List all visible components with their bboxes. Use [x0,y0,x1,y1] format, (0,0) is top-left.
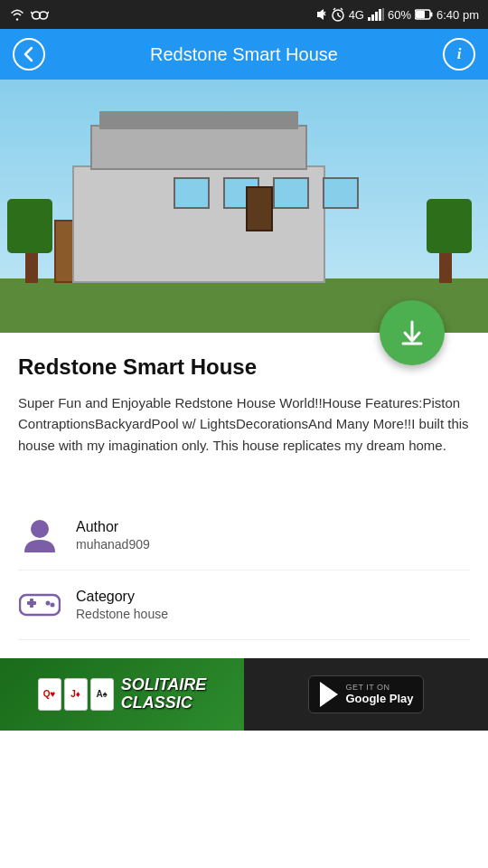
card-queen-hearts: Q♥ [38,678,61,711]
ad-banner[interactable]: Q♥ J♦ A♠ SOLITAIRE CLASSIC GET IT ON Goo… [0,658,488,731]
status-bar: 4G 60% 6:40 pm [0,0,488,29]
info-icon: i [457,45,462,63]
battery-label: 60% [388,8,411,22]
main-building [72,165,325,283]
door [246,186,273,231]
header: Redstone Smart House i [0,29,488,80]
author-text: Author muhanad909 [76,519,150,552]
page-title: Redstone Smart House [45,44,443,65]
svg-line-12 [333,8,335,10]
author-meta-item: Author muhanad909 [18,501,470,571]
ad-cards: Q♥ J♦ A♠ [38,678,114,711]
svg-rect-18 [382,8,384,21]
svg-marker-30 [320,682,338,707]
svg-rect-17 [379,9,381,21]
back-icon [21,46,37,62]
google-play-label: Google Play [345,692,413,705]
svg-point-0 [16,18,18,20]
card-ace: A♠ [90,678,114,711]
download-button[interactable] [380,300,445,365]
category-meta-item: Category Redstone house [18,571,470,640]
gamepad-icon [19,591,61,618]
hero-image [0,80,488,333]
get-on-label: GET IT ON [345,683,413,692]
google-play-icon [318,682,340,707]
wifi-icon [9,8,25,21]
svg-rect-14 [368,17,371,21]
author-label: Author [76,519,150,535]
svg-point-24 [31,520,49,538]
status-right-info: 4G 60% 6:40 pm [314,7,479,22]
category-text: Category Redstone house [76,589,168,621]
info-button[interactable]: i [443,38,475,71]
svg-point-28 [46,600,51,605]
category-label: Category [76,589,168,605]
signal-label: 4G [349,8,364,22]
ad-text: SOLITAIRE CLASSIC [121,676,207,712]
battery-icon [415,9,433,20]
building-second-floor [90,125,307,170]
author-icon [18,514,61,557]
window-1 [174,177,210,209]
building-roof [99,111,298,129]
svg-line-4 [31,12,33,14]
svg-line-13 [341,8,343,10]
category-icon [18,583,61,627]
content-description: Super Fun and Enjoyable Redstone House W… [18,392,470,456]
person-icon [21,516,59,554]
svg-line-5 [48,12,50,14]
window-3 [273,177,309,209]
time-label: 6:40 pm [436,8,479,22]
tree-left-leaves [7,199,52,253]
alarm-icon [331,7,345,22]
svg-rect-16 [375,12,378,21]
signal-icon [368,8,384,21]
download-icon [396,316,428,349]
svg-line-11 [338,15,341,17]
ad-title-line1: SOLITAIRE [121,676,207,694]
svg-rect-27 [30,599,33,608]
category-value: Redstone house [76,607,168,621]
status-left-icons [9,8,49,21]
window-4 [323,177,359,209]
google-play-button[interactable]: GET IT ON Google Play [308,675,423,713]
ad-right: GET IT ON Google Play [244,658,488,731]
svg-rect-21 [430,13,433,17]
svg-rect-20 [416,11,425,18]
mute-icon [314,7,327,22]
svg-point-29 [51,602,55,607]
ad-left: Q♥ J♦ A♠ SOLITAIRE CLASSIC [0,658,244,731]
card-jack-diamonds: J♦ [64,678,88,711]
meta-section: Author muhanad909 Category Redstone hous… [0,501,488,658]
google-play-text: GET IT ON Google Play [345,683,413,705]
spy-icon [31,8,49,21]
author-value: muhanad909 [76,537,150,552]
tree-right-leaves [427,199,472,253]
svg-rect-15 [371,14,374,21]
back-button[interactable] [13,38,45,71]
ad-title-line2: CLASSIC [121,694,207,712]
